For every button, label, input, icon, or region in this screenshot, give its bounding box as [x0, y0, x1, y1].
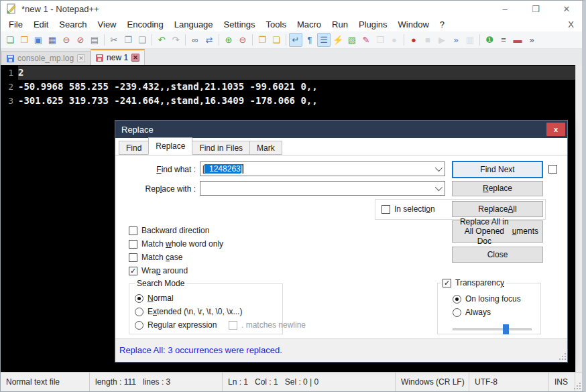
menu-window[interactable]: Window — [393, 17, 434, 31]
save-button[interactable]: ▣ — [32, 33, 45, 47]
user-define-dialog-button[interactable]: ⚡ — [331, 33, 345, 47]
transparency-on-losing-focus[interactable]: On losing focus — [453, 294, 521, 304]
menu-view[interactable]: View — [93, 17, 122, 31]
minimize-button[interactable]: – — [489, 1, 520, 17]
radio-button[interactable] — [135, 294, 143, 303]
replace-all-button[interactable]: Replace All — [452, 201, 543, 217]
replace-button[interactable]: Replace — [452, 181, 543, 196]
transparency-always[interactable]: Always — [453, 308, 521, 317]
dialog-tab-replace[interactable]: Replace — [148, 137, 192, 155]
transparency-option[interactable]: Transparency — [441, 278, 506, 287]
open-file-button[interactable]: ❒ — [17, 33, 31, 47]
find-what-combobox[interactable]: [ 1248263] — [200, 161, 445, 176]
document-map-button[interactable]: ▧ — [345, 33, 359, 47]
transparency-slider[interactable] — [453, 324, 532, 334]
document-list-button[interactable]: ✎ — [359, 33, 373, 47]
menu-macro[interactable]: Macro — [292, 17, 327, 31]
search-mode-extended-n-r-t-0-x-[interactable]: Extended (\n, \r, \t, \0, \x...) — [135, 307, 242, 316]
plugin-button-2-icon[interactable]: ≡ — [497, 33, 510, 47]
search-mode-regular-expression[interactable]: Regular expression — [135, 320, 242, 330]
menu-encoding[interactable]: Encoding — [122, 17, 169, 31]
dialog-tab-mark[interactable]: Mark — [249, 141, 282, 155]
menu-plugins[interactable]: Plugins — [353, 17, 393, 31]
print-button[interactable]: ▤ — [88, 33, 101, 47]
find-next-side-checkbox[interactable] — [548, 165, 557, 174]
menu--[interactable]: ? — [434, 17, 450, 31]
dialog-tab-find-in-files[interactable]: Find in Files — [192, 141, 250, 155]
plugin-button-1-icon[interactable]: ❶ — [483, 33, 496, 47]
menubar-close-icon[interactable]: X — [568, 19, 582, 29]
close-button[interactable]: ⊖ — [60, 33, 73, 47]
toolbar-overflow-icon[interactable]: » — [525, 33, 538, 47]
menu-run[interactable]: Run — [327, 17, 353, 31]
editor-vertical-scrollbar[interactable] — [575, 65, 582, 372]
search-mode-normal[interactable]: Normal — [135, 293, 242, 303]
folder-as-workspace-button[interactable]: ❒ — [373, 33, 387, 47]
macro-record-button[interactable]: ● — [407, 33, 420, 47]
macro-play-button[interactable]: ▶ — [435, 33, 449, 47]
checkbox[interactable] — [129, 253, 137, 262]
document-tab-console-mp-log[interactable]: console_mp.log✕ — [1, 51, 91, 65]
monitoring-button[interactable]: ● — [388, 33, 401, 47]
save-all-button[interactable]: ▦ — [46, 33, 59, 47]
option-match-whole-word-only[interactable]: Match whole word only — [129, 239, 223, 249]
redo-button[interactable]: ↷ — [169, 33, 182, 47]
window-resize-grip[interactable] — [574, 383, 581, 389]
option-match-case[interactable]: Match case — [129, 253, 223, 262]
copy-button[interactable]: ❐ — [121, 33, 135, 47]
option-backward-direction[interactable]: Backward direction — [129, 226, 223, 235]
show-all-characters-button[interactable]: ¶ — [303, 33, 316, 47]
replace-dialog-title-bar[interactable]: Replace x — [115, 121, 567, 138]
checkbox[interactable] — [129, 240, 137, 249]
in-selection-checkbox[interactable] — [382, 205, 390, 214]
menu-edit[interactable]: Edit — [28, 17, 54, 31]
plugin-button-3-icon[interactable]: ▬ — [511, 33, 524, 47]
find-next-button[interactable]: Find Next — [452, 161, 543, 178]
radio-button[interactable] — [135, 308, 143, 316]
editor-line-2[interactable]: 2-50.9968 585.255 -239.432,,stand,21.103… — [1, 80, 582, 94]
macro-run-multiple-button[interactable]: » — [449, 33, 463, 47]
close-all-button[interactable]: ⊘ — [74, 33, 87, 47]
menu-language[interactable]: Language — [169, 17, 219, 31]
sync-vertical-button[interactable]: ❐ — [255, 33, 269, 47]
menu-file[interactable]: File — [3, 17, 28, 31]
menu-search[interactable]: Search — [54, 17, 92, 31]
replace-all-open-docs-button[interactable]: Replace All in All Opened Documents — [452, 220, 543, 243]
zoom-in-button[interactable]: ⊕ — [222, 33, 235, 47]
menu-tools[interactable]: Tools — [261, 17, 292, 31]
radio-button[interactable] — [453, 308, 461, 317]
transparency-checkbox[interactable] — [443, 279, 451, 287]
close-dialog-button[interactable]: Close — [452, 247, 543, 263]
replace-dialog-close-button[interactable]: x — [546, 123, 565, 136]
new-file-button[interactable]: ❏ — [3, 33, 17, 47]
chevron-down-icon[interactable] — [435, 184, 443, 191]
tab-close-icon[interactable]: ✕ — [131, 54, 139, 62]
menu-settings[interactable]: Settings — [219, 17, 261, 31]
checkbox[interactable] — [129, 267, 137, 275]
document-tab-new-1[interactable]: new 1✕ — [91, 49, 145, 65]
zoom-out-button[interactable]: ⊖ — [236, 33, 249, 47]
macro-stop-button[interactable]: ■ — [421, 33, 434, 47]
undo-button[interactable]: ↶ — [155, 33, 168, 47]
radio-button[interactable] — [135, 321, 143, 330]
chevron-down-icon[interactable] — [435, 164, 443, 172]
dialog-tab-find[interactable]: Find — [119, 141, 149, 155]
paste-button[interactable]: ❑ — [135, 33, 149, 47]
close-button[interactable]: ✕ — [551, 1, 582, 17]
checkbox[interactable] — [129, 226, 137, 235]
slider-thumb[interactable] — [503, 324, 509, 334]
find-button[interactable]: ∞ — [188, 33, 202, 47]
editor-line-3[interactable]: 3-301.625 319.733 -241.664,,stand,16.340… — [1, 94, 582, 108]
indent-guide-button[interactable]: ☰ — [317, 33, 331, 47]
tab-close-icon[interactable]: ✕ — [77, 54, 85, 62]
replace-in-files-button[interactable]: ⇄ — [202, 33, 216, 47]
radio-button[interactable] — [453, 295, 461, 304]
maximize-button[interactable]: ❒ — [520, 1, 551, 17]
in-selection-option[interactable]: In selection — [382, 204, 435, 214]
sync-horizontal-button[interactable]: ❏ — [270, 33, 283, 47]
option-wrap-around[interactable]: Wrap around — [129, 266, 223, 275]
macro-save-button[interactable]: ▥ — [463, 33, 477, 47]
dialog-resize-grip[interactable] — [559, 353, 566, 360]
editor-line-1[interactable]: 12 — [1, 66, 582, 80]
cut-button[interactable]: ✂ — [107, 33, 121, 47]
